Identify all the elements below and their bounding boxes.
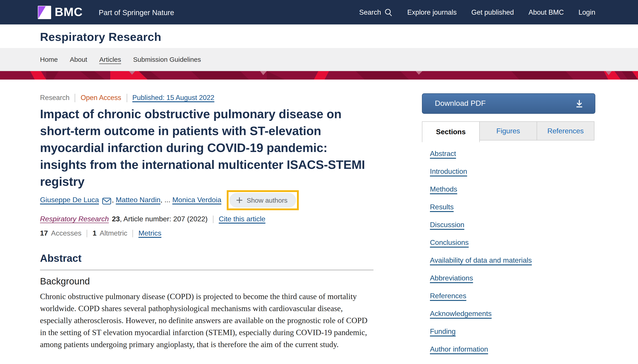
tab-sections[interactable]: Sections [422,121,480,142]
download-pdf-label: Download PDF [435,99,486,108]
metrics-separator [133,230,133,237]
cite-this-article-link[interactable]: Cite this article [219,215,265,223]
section-link-availability-of-data-and-materials[interactable]: Availability of data and materials [430,256,532,264]
citation-article-number-label: , Article number: [120,215,173,223]
article-sidebar: Download PDF SectionsFiguresReferences A… [422,93,595,364]
section-link-references[interactable]: References [430,292,466,300]
section-item-references: References [430,292,595,300]
section-item-ethics-declarations: Ethics declarations [430,363,595,364]
show-authors-label: Show authors [247,196,287,204]
section-link-methods[interactable]: Methods [430,185,457,193]
section-list: AbstractIntroductionMethodsResultsDiscus… [422,149,595,364]
metrics-row: 17 Accesses 1 Altmetric Metrics [40,228,373,238]
author-link-3[interactable]: Monica Verdoia [172,196,221,204]
section-item-acknowledgements: Acknowledgements [430,309,595,318]
metrics-link[interactable]: Metrics [139,229,161,237]
section-link-discussion[interactable]: Discussion [430,221,464,228]
show-authors-highlight: Show authors [227,190,299,210]
article-type-label: Research [40,94,70,102]
journal-nav: HomeAboutArticlesSubmission Guidelines [0,48,638,71]
meta-separator [127,94,127,102]
altmetric-label: Altmetric [100,229,127,237]
sidebar-tabs: SectionsFiguresReferences [422,121,595,142]
decorative-banner [0,71,638,80]
article-title: Impact of chronic obstructive pulmonary … [40,106,373,190]
section-item-results: Results [430,203,595,211]
section-item-abstract: Abstract [430,149,595,158]
citation-separator [213,215,213,223]
section-link-author-information[interactable]: Author information [430,345,488,353]
journal-nav-about[interactable]: About [70,56,87,63]
meta-separator [75,94,75,102]
abstract-heading: Abstract [40,252,373,264]
section-item-discussion: Discussion [430,220,595,229]
section-item-author-information: Author information [430,345,595,353]
journal-nav-home[interactable]: Home [40,56,58,63]
background-heading: Background [40,276,373,287]
brand-name: BMC [55,5,83,19]
accesses-label: Accesses [51,229,82,237]
section-item-introduction: Introduction [430,167,595,176]
published-date-link[interactable]: Published: 15 August 2022 [132,94,214,102]
section-item-abbreviations: Abbreviations [430,274,595,282]
section-link-ethics-declarations[interactable]: Ethics declarations [430,363,490,364]
journal-nav-articles[interactable]: Articles [99,56,121,63]
altmetric-count: 1 [93,229,97,237]
background-paragraph: Chronic obstructive pulmonary disease (C… [40,291,371,351]
envelope-icon[interactable] [102,198,111,204]
author-ellipsis: , ... [161,196,172,204]
brand-tagline: Part of Springer Nature [99,8,174,17]
section-link-results[interactable]: Results [430,203,454,211]
header-nav-search-label: Search [359,8,381,16]
site-header: BMC Part of Springer Nature Search Explo… [0,0,638,24]
citation-article-number: 207 [173,215,185,223]
authors-row: Giuseppe De Luca , Matteo Nardin , ... M… [40,191,373,209]
accesses-count: 17 [40,229,48,237]
author-separator: , [112,196,116,204]
banner-pattern [0,71,638,80]
section-link-conclusions[interactable]: Conclusions [430,239,469,246]
abstract-divider [40,269,373,271]
metrics-separator [87,230,87,237]
search-icon [385,8,393,16]
section-link-introduction[interactable]: Introduction [430,168,467,175]
section-item-availability-of-data-and-materials: Availability of data and materials [430,256,595,264]
header-nav-get-published[interactable]: Get published [471,8,514,16]
download-icon [574,99,584,108]
article-main: Research Open Access Published: 15 Augus… [40,93,373,351]
section-link-funding[interactable]: Funding [430,328,456,335]
section-item-conclusions: Conclusions [430,238,595,247]
section-item-methods: Methods [430,185,595,193]
section-link-abbreviations[interactable]: Abbreviations [430,274,473,282]
tab-figures[interactable]: Figures [479,121,537,140]
plus-icon [236,197,243,203]
download-pdf-button[interactable]: Download PDF [422,93,595,114]
journal-title: Respiratory Research [0,24,638,44]
header-nav: Search Explore journalsGet publishedAbou… [359,8,595,16]
author-link-1[interactable]: Giuseppe De Luca [40,196,99,204]
citation-volume: 23 [112,215,120,223]
tab-references[interactable]: References [537,121,594,140]
bmc-logo-icon [38,6,51,19]
author-link-2[interactable]: Matteo Nardin [116,196,161,204]
journal-nav-submission-guidelines[interactable]: Submission Guidelines [133,56,201,63]
citation-row: Respiratory Research 23 , Article number… [40,214,373,224]
header-nav-about-bmc[interactable]: About BMC [529,8,564,16]
article-meta-line: Research Open Access Published: 15 Augus… [40,93,373,102]
section-link-acknowledgements[interactable]: Acknowledgements [430,310,492,317]
section-link-abstract[interactable]: Abstract [430,150,456,157]
show-authors-button[interactable]: Show authors [229,193,296,207]
open-access-label: Open Access [81,94,121,102]
citation-journal-link[interactable]: Respiratory Research [40,215,109,223]
bmc-logo[interactable]: BMC Part of Springer Nature [38,5,174,19]
journal-band: Respiratory Research [0,24,638,48]
header-nav-explore-journals[interactable]: Explore journals [407,8,457,16]
header-nav-search[interactable]: Search [359,8,393,16]
citation-year: (2022) [185,215,208,223]
header-nav-login[interactable]: Login [578,8,595,16]
section-item-funding: Funding [430,327,595,336]
